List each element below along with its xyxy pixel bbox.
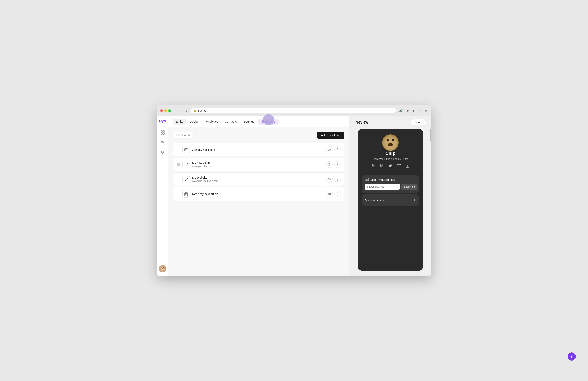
- logo[interactable]: tryb: [159, 119, 166, 124]
- upgrade-circle: [263, 114, 274, 125]
- svg-point-24: [337, 195, 338, 196]
- sidebar-item-learn[interactable]: [158, 148, 167, 156]
- social-icon-instagram[interactable]: [379, 163, 385, 169]
- content-area: Search Add something: [168, 127, 349, 276]
- mailing-email-input[interactable]: [365, 184, 400, 190]
- profile-name: Chip: [385, 151, 395, 156]
- svg-point-26: [381, 165, 382, 166]
- svg-point-16: [329, 179, 330, 180]
- audio-button[interactable]: 🔊: [398, 108, 404, 113]
- tab-contacts[interactable]: Contacts: [222, 119, 240, 125]
- svg-point-22: [337, 193, 338, 193]
- links-list: Join my mailing list: [173, 143, 344, 201]
- svg-point-4: [161, 141, 163, 142]
- svg-rect-0: [161, 131, 162, 132]
- svg-point-18: [337, 179, 338, 180]
- profile-section: Chip Here you'll find all of my links: @: [362, 134, 419, 172]
- social-icons: @: [370, 163, 411, 169]
- tab-settings[interactable]: Settings: [241, 119, 257, 125]
- top-nav: Links Design Analytics Contacts Settings…: [168, 116, 349, 127]
- svg-rect-29: [406, 164, 409, 167]
- svg-rect-20: [185, 193, 188, 196]
- maximize-button[interactable]: [168, 109, 171, 112]
- social-icon-youtube[interactable]: [396, 163, 402, 169]
- visibility-toggle[interactable]: [326, 176, 333, 182]
- share-button[interactable]: Share: [411, 119, 426, 125]
- tab-overview-button[interactable]: ⧉: [424, 108, 428, 113]
- tab-design[interactable]: Design: [187, 119, 202, 125]
- more-options-button[interactable]: [334, 176, 341, 182]
- minimize-button[interactable]: [164, 109, 167, 112]
- search-box[interactable]: Search: [173, 132, 193, 138]
- link-title: My new video: [192, 161, 324, 164]
- svg-point-13: [337, 163, 338, 164]
- social-icon-linkedin[interactable]: [405, 163, 411, 169]
- drag-handle[interactable]: [177, 149, 180, 151]
- drag-handle[interactable]: [177, 163, 180, 166]
- svg-rect-3: [163, 133, 164, 134]
- share-browser-button[interactable]: ⬆: [412, 108, 416, 113]
- svg-point-19: [337, 180, 338, 181]
- link-actions: [326, 146, 341, 153]
- preview-video-card[interactable]: My new video +: [362, 194, 419, 206]
- svg-point-12: [329, 164, 330, 165]
- preview-mailing-card: Join my mailing list Subscribe: [362, 175, 419, 193]
- upgrade-wrapper: Upgrade: [258, 119, 279, 125]
- scrollbar[interactable]: [430, 129, 431, 141]
- back-button[interactable]: ‹: [181, 108, 185, 113]
- left-sidebar: tryb: [157, 116, 168, 276]
- preview-video-title: My new video: [365, 198, 384, 202]
- refresh-button[interactable]: ↻: [406, 108, 410, 113]
- subscribe-button[interactable]: Subscribe: [401, 184, 417, 190]
- sidebar-bottom: 🐕: [159, 265, 166, 272]
- link-title: Read my new article: [192, 192, 324, 196]
- svg-point-23: [337, 194, 338, 194]
- visibility-toggle[interactable]: [326, 146, 333, 153]
- link-item: Join my mailing list: [173, 143, 344, 157]
- tab-analytics[interactable]: Analytics: [203, 119, 221, 125]
- expand-icon: +: [413, 198, 416, 202]
- lock-icon: 🔒: [194, 109, 197, 112]
- more-options-button[interactable]: [334, 161, 341, 168]
- link-item: My Website www.crinklecutchip.com: [173, 173, 344, 186]
- more-options-button[interactable]: [334, 146, 341, 153]
- mailing-title: Join my mailing list: [371, 178, 395, 181]
- svg-rect-7: [185, 149, 188, 151]
- social-icon-at[interactable]: @: [370, 163, 376, 169]
- social-icon-twitter[interactable]: [388, 163, 393, 169]
- drag-handle[interactable]: [177, 193, 180, 195]
- tab-links[interactable]: Links: [173, 119, 186, 125]
- svg-point-15: [337, 165, 338, 166]
- forward-button[interactable]: ›: [185, 108, 188, 113]
- link-info: My new video www.youtube.com: [192, 161, 324, 168]
- visibility-toggle[interactable]: [326, 191, 333, 197]
- link-title: My Website: [192, 176, 324, 179]
- new-tab-button[interactable]: ＋: [418, 108, 422, 114]
- address-bar[interactable]: 🔒 tryb.cc: [191, 108, 396, 113]
- svg-point-8: [329, 149, 330, 150]
- link-title: Join my mailing list: [192, 148, 324, 151]
- traffic-lights: [160, 109, 171, 112]
- add-something-button[interactable]: Add something: [317, 132, 344, 139]
- preview-header: Preview Share: [350, 116, 431, 129]
- preview-panel: Preview Share Chip Here you'll find all …: [349, 116, 431, 276]
- close-button[interactable]: [160, 109, 163, 112]
- user-avatar[interactable]: 🐕: [159, 265, 166, 272]
- main-content: Links Design Analytics Contacts Settings…: [168, 116, 349, 276]
- svg-point-27: [382, 165, 383, 165]
- svg-point-5: [163, 141, 164, 142]
- visibility-toggle[interactable]: [326, 161, 333, 168]
- sidebar-item-users[interactable]: [158, 138, 167, 146]
- more-options-button[interactable]: [334, 191, 341, 197]
- sidebar-item-blocks[interactable]: [158, 128, 167, 137]
- svg-point-11: [337, 151, 338, 151]
- sidebar-toggle-button[interactable]: ⊞: [173, 108, 179, 113]
- link-actions: [326, 191, 341, 197]
- url-text: tryb.cc: [198, 109, 206, 112]
- preview-title: Preview: [354, 120, 368, 125]
- link-icon-link: [182, 161, 190, 168]
- preview-device: Chip Here you'll find all of my links: @: [350, 129, 431, 276]
- link-actions: [326, 176, 341, 182]
- svg-point-21: [329, 194, 330, 195]
- drag-handle[interactable]: [177, 178, 180, 180]
